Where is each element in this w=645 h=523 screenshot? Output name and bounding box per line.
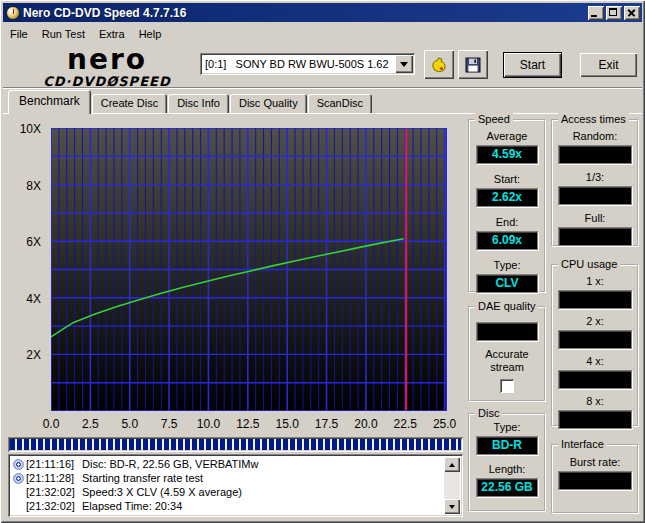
menubar: File Run Test Extra Help [3, 24, 642, 43]
burst-rate-label: Burst rate: [553, 456, 637, 469]
window-title: Nero CD-DVD Speed 4.7.7.16 [23, 6, 586, 20]
log-message: Starting transfer rate test [82, 472, 443, 484]
group-title: Disc [475, 407, 502, 419]
end-speed-value: 6.09x [476, 231, 538, 250]
status-log[interactable]: [21:11:16] Disc: BD-R, 22.56 GB, VERBATI… [8, 454, 463, 517]
app-icon [6, 6, 20, 20]
save-icon [464, 56, 482, 74]
drive-selector-dropdown-button[interactable] [395, 55, 413, 73]
nero-logo-wordmark: nero [22, 46, 192, 74]
log-row: [21:32:02] Elapsed Time: 20:34 [11, 499, 443, 513]
group-title: CPU usage [558, 258, 620, 270]
tab-scandisc[interactable]: ScanDisc [308, 94, 372, 114]
cpu-4x-value [558, 370, 632, 389]
y-tick-label: 6X [26, 235, 41, 249]
accurate-stream-checkbox[interactable] [500, 379, 514, 393]
y-tick-label: 8X [26, 179, 41, 193]
x-axis-labels: 0.02.55.07.510.012.515.017.520.022.525.0 [51, 417, 447, 431]
cpu-1x-value [558, 290, 632, 309]
group-title: Speed [475, 113, 513, 125]
disc-length-label: Length: [470, 463, 544, 476]
log-row: [21:11:16] Disc: BD-R, 22.56 GB, VERBATI… [11, 457, 443, 471]
disc-length-value: 22.56 GB [476, 478, 538, 497]
options-icon [429, 55, 449, 75]
tab-create-disc[interactable]: Create Disc [92, 94, 167, 114]
average-speed-value: 4.59x [476, 145, 538, 164]
group-title: Interface [558, 438, 607, 450]
app-window: Nero CD-DVD Speed 4.7.7.16 File Run Test… [0, 0, 645, 523]
log-timestamp: [21:11:16] [26, 458, 82, 470]
y-tick-label: 4X [26, 292, 41, 306]
x-tick-label: 0.0 [34, 417, 68, 431]
one-third-label: 1/3: [553, 171, 637, 184]
cpu-usage-group: CPU usage 1 x: 2 x: 4 x: 8 x: [551, 264, 639, 427]
speed-group: Speed Average 4.59x Start: 2.62x End: 6.… [468, 119, 546, 293]
x-tick-label: 20.0 [349, 417, 383, 431]
log-message: Disc: BD-R, 22.56 GB, VERBATIMw [82, 458, 443, 470]
log-row: [21:11:28] Starting transfer rate test [11, 471, 443, 485]
scroll-up-button[interactable] [444, 457, 460, 472]
benchmark-chart [51, 128, 447, 411]
full-label: Full: [553, 212, 637, 225]
interface-group: Interface Burst rate: [551, 444, 639, 514]
drive-selector[interactable]: [0:1] SONY BD RW BWU-500S 1.62 [200, 53, 415, 75]
group-title: Access times [558, 113, 629, 125]
minimize-icon [591, 15, 597, 17]
full-access-value [558, 227, 632, 246]
options-button[interactable] [424, 50, 454, 79]
drive-selector-value: [0:1] SONY BD RW BWU-500S 1.62 [200, 58, 395, 70]
titlebar[interactable]: Nero CD-DVD Speed 4.7.7.16 [3, 3, 642, 22]
start-button[interactable]: Start [504, 53, 561, 77]
save-button[interactable] [458, 50, 488, 79]
chevron-down-icon [400, 62, 408, 71]
cpu-1x-label: 1 x: [553, 275, 637, 288]
dae-quality-value [476, 322, 538, 341]
cpu-8x-value [558, 410, 632, 429]
disc-type-label: Type: [470, 421, 544, 434]
one-third-access-value [558, 186, 632, 205]
scroll-down-button[interactable] [444, 499, 460, 514]
tab-disc-quality[interactable]: Disc Quality [230, 94, 307, 114]
maximize-icon [609, 8, 617, 16]
tab-strip: Benchmark Create Disc Disc Info Disc Qua… [8, 92, 373, 114]
menu-extra[interactable]: Extra [92, 26, 132, 42]
progress-fill [10, 439, 461, 450]
random-access-value [558, 145, 632, 164]
log-scrollbar[interactable] [444, 457, 460, 514]
x-tick-label: 12.5 [231, 417, 265, 431]
disc-icon [13, 473, 24, 484]
menu-help[interactable]: Help [132, 26, 169, 42]
disc-type-value: BD-R [476, 436, 538, 455]
log-timestamp: [21:11:28] [26, 472, 82, 484]
log-message: Speed:3 X CLV (4.59 X average) [82, 486, 443, 498]
close-button[interactable] [624, 6, 640, 20]
exit-button[interactable]: Exit [580, 53, 637, 77]
x-tick-label: 22.5 [388, 417, 422, 431]
y-axis-labels: 2X4X6X8X10X [0, 128, 46, 413]
x-tick-label: 5.0 [113, 417, 147, 431]
arrow-up-icon [449, 460, 455, 467]
menu-file[interactable]: File [3, 26, 35, 42]
random-label: Random: [553, 130, 637, 143]
log-timestamp: [21:32:02] [26, 500, 82, 512]
x-tick-label: 7.5 [152, 417, 186, 431]
tab-baseline [3, 113, 642, 114]
minimize-button[interactable] [588, 6, 604, 20]
tab-benchmark[interactable]: Benchmark [8, 90, 91, 114]
start-label: Start: [470, 173, 544, 186]
tab-disc-info[interactable]: Disc Info [168, 94, 229, 114]
log-message: Elapsed Time: 20:34 [82, 500, 443, 512]
y-tick-label: 2X [26, 348, 41, 362]
y-tick-label: 10X [20, 122, 41, 136]
maximize-button[interactable] [606, 6, 622, 20]
end-label: End: [470, 216, 544, 229]
burst-rate-value [558, 471, 632, 490]
cpu-2x-value [558, 330, 632, 349]
x-tick-label: 15.0 [270, 417, 304, 431]
x-tick-label: 17.5 [310, 417, 344, 431]
arrow-down-icon [449, 505, 455, 512]
test-progress-bar [8, 437, 463, 452]
menu-run-test[interactable]: Run Test [35, 26, 92, 42]
x-tick-label: 10.0 [191, 417, 225, 431]
log-row: [21:32:02] Speed:3 X CLV (4.59 X average… [11, 485, 443, 499]
